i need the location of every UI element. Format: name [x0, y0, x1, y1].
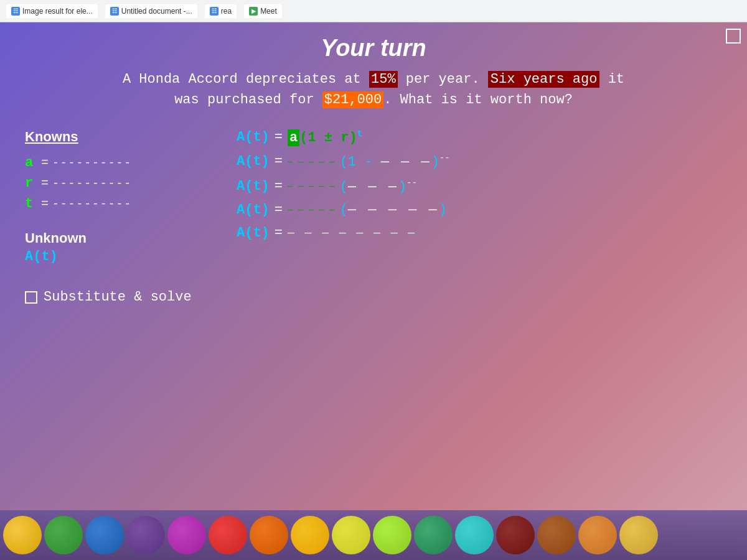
ball-teal[interactable]: [455, 516, 494, 554]
highlight-price: $21,000: [322, 91, 383, 108]
formula-at-5: A(t): [237, 225, 270, 241]
problem-line1: A Honda Accord depreciates at 15% per ye…: [123, 71, 624, 88]
content-area: Knowns a = ---------- r = ---------- t =: [25, 129, 722, 504]
problem-per-year: per year.: [398, 72, 480, 87]
equals-2: =: [275, 154, 283, 169]
formula-at-3: A(t): [237, 179, 270, 194]
equals-r: =: [41, 176, 49, 190]
formula-row-4: A(t) = — — — — — (— — — — —): [237, 202, 722, 218]
variable-r-line: r = ----------: [25, 175, 224, 191]
formula-row-1: A(t) = a(1 ± r)t: [237, 129, 722, 146]
substitute-checkbox[interactable]: [25, 291, 37, 304]
slide: Your turn A Honda Accord depreciates at …: [0, 22, 747, 510]
ball-magenta[interactable]: [167, 516, 206, 554]
var-r: r: [25, 175, 37, 191]
ball-gold[interactable]: [3, 516, 42, 554]
close-button[interactable]: [726, 29, 741, 44]
dashes-t: ----------: [52, 198, 132, 210]
dashes-r: ----------: [52, 177, 132, 190]
knowns-section: Knowns a = ---------- r = ---------- t =: [25, 129, 224, 212]
formula-parens-4: (— — — — —): [340, 202, 447, 218]
problem-purchased: was purchased for: [174, 92, 322, 108]
variable-t-line: t = ----------: [25, 196, 224, 212]
browser-tab-meet[interactable]: ▶ Meet: [244, 4, 282, 18]
formula-row-5: A(t) = — — — — — — — —: [237, 225, 722, 241]
problem-text: A Honda Accord depreciates at 15% per ye…: [25, 69, 722, 110]
var-a: a: [25, 155, 37, 170]
ball-orange[interactable]: [250, 516, 288, 554]
formula-row-2: A(t) = — — — — — (1 - — — —)--: [237, 153, 722, 170]
right-panel: A(t) = a(1 ± r)t A(t) = — — — — — (1 - —…: [237, 129, 722, 504]
ball-yellow[interactable]: [291, 516, 329, 554]
ball-lime[interactable]: [373, 516, 411, 554]
problem-line2: was purchased for $21,000. What is it wo…: [174, 91, 573, 108]
formula-row-3: A(t) = — — — — — (— — —)--: [237, 178, 722, 195]
equals-3: =: [275, 179, 283, 194]
ball-dark-red[interactable]: [496, 516, 535, 554]
color-balls-row: [0, 510, 747, 560]
ball-green[interactable]: [44, 516, 83, 554]
tab-icon-rea: ☷: [210, 7, 218, 16]
formula-dashes-5: — — — — — — — —: [288, 226, 416, 239]
slide-title: Your turn: [25, 35, 722, 62]
ball-blue[interactable]: [85, 516, 124, 554]
formula-parens-3: (— — —)--: [340, 178, 417, 195]
equals-4: =: [275, 202, 283, 218]
variable-a-line: a = ----------: [25, 155, 224, 170]
browser-tab-image[interactable]: ☷ Image result for ele...: [6, 4, 98, 18]
tab-label-image: Image result for ele...: [22, 7, 93, 16]
browser-tab-doc1[interactable]: ☷ Untitled document -...: [105, 4, 197, 18]
ball-red[interactable]: [209, 516, 247, 554]
browser-bar: ☷ Image result for ele... ☷ Untitled doc…: [0, 0, 747, 22]
tab-icon-image: ☷: [11, 7, 20, 16]
tab-icon-doc1: ☷: [110, 7, 119, 16]
unknown-section: Unknown A(t): [25, 230, 224, 264]
tab-label-doc1: Untitled document -...: [121, 7, 192, 16]
dashes-a: ----------: [52, 157, 132, 169]
equals-5: =: [275, 225, 283, 241]
var-t: t: [25, 196, 37, 212]
tab-label-meet: Meet: [260, 7, 277, 16]
formula-at-4: A(t): [237, 202, 270, 218]
formula-small-4: — — — — —: [288, 205, 335, 215]
ball-gold2[interactable]: [619, 516, 658, 554]
equals-t: =: [41, 197, 49, 211]
problem-prefix: A Honda Accord depreciates at: [123, 72, 369, 87]
problem-it: it: [599, 72, 624, 87]
main-content: Your turn A Honda Accord depreciates at …: [0, 22, 747, 560]
substitute-text: Substitute & solve: [44, 289, 192, 305]
ball-brown[interactable]: [537, 516, 576, 554]
formula-at-1: A(t): [237, 129, 270, 145]
knowns-title: Knowns: [25, 129, 224, 145]
highlight-15: 15%: [369, 71, 398, 88]
ball-tan[interactable]: [578, 516, 617, 554]
formula-small-3: — — — — —: [288, 181, 335, 191]
substitute-section: Substitute & solve: [25, 289, 224, 305]
formula-at-2: A(t): [237, 154, 270, 169]
formula-a-coeff: a(1 ± r)t: [288, 129, 362, 146]
browser-tab-rea[interactable]: ☷ rea: [205, 4, 237, 18]
tab-label-rea: rea: [221, 7, 232, 16]
ball-teal-green[interactable]: [414, 516, 453, 554]
formula-small-2: — — — — —: [288, 157, 335, 167]
problem-worth: . What is it worth now?: [383, 92, 573, 108]
tab-icon-meet: ▶: [249, 7, 258, 16]
ball-yellow-green[interactable]: [332, 516, 370, 554]
unknown-title: Unknown: [25, 230, 224, 246]
unknown-value: A(t): [25, 249, 224, 264]
ball-purple[interactable]: [126, 516, 165, 554]
formula-parens-2: (1 - — — —)--: [340, 153, 450, 170]
equals-a: =: [41, 156, 49, 170]
left-panel: Knowns a = ---------- r = ---------- t =: [25, 129, 224, 504]
equals-1: =: [275, 129, 283, 145]
highlight-six-years: Six years ago: [488, 71, 600, 88]
